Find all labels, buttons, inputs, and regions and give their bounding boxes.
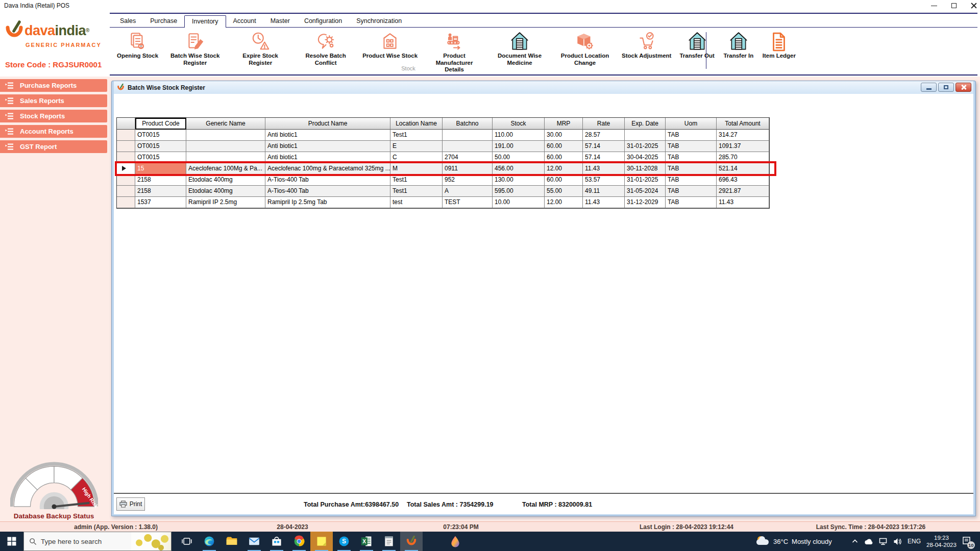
cell-product-name[interactable]: Aceclofenac 100mg & Paracetamol 325mg ..… — [265, 163, 390, 174]
child-minimize-button[interactable] — [921, 83, 937, 92]
table-row[interactable]: 2158Etodolac 400mgA-Tios-400 TabTest1A59… — [117, 186, 769, 197]
cell-location-name[interactable]: test — [390, 197, 443, 208]
cell-uom[interactable]: TAB — [666, 197, 717, 208]
cell-location-name[interactable]: Test1 — [390, 130, 443, 141]
column-header-generic-name[interactable]: Generic Name — [186, 118, 265, 130]
table-row[interactable]: 1537Ramipril IP 2.5mgRamipril Ip 2.5mg T… — [117, 197, 769, 208]
taskbar-file-explorer-icon[interactable] — [220, 532, 243, 551]
tab-master[interactable]: Master — [263, 15, 297, 28]
cell-batchno[interactable]: TEST — [443, 197, 493, 208]
column-header-uom[interactable]: Uom — [666, 118, 717, 130]
taskbar-store-icon[interactable] — [265, 532, 288, 551]
cell-rate[interactable]: 53.57 — [583, 174, 625, 186]
cell-generic-name[interactable]: Etodolac 400mg — [186, 186, 265, 197]
tab-sales[interactable]: Sales — [113, 15, 143, 28]
column-header-batchno[interactable]: Batchno — [443, 118, 493, 130]
column-header-mrp[interactable]: MRP — [545, 118, 583, 130]
tab-purchase[interactable]: Purchase — [143, 15, 184, 28]
cell-stock[interactable]: 10.00 — [493, 197, 545, 208]
cell-stock[interactable]: 50.00 — [493, 152, 545, 163]
ribbon-button-item-ledger[interactable]: Item Ledger — [763, 31, 796, 60]
row-indicator-cell[interactable] — [117, 197, 135, 208]
cell-rate[interactable]: 28.57 — [583, 130, 625, 141]
cell-rate[interactable]: 57.14 — [583, 141, 625, 152]
sidebar-item-gst-report[interactable]: GST Report — [0, 140, 107, 153]
cell-uom[interactable]: TAB — [666, 186, 717, 197]
cell-exp-date[interactable]: 31-01-2025 — [625, 174, 666, 186]
cell-product-code[interactable]: 15 — [135, 163, 186, 174]
cell-location-name[interactable]: C — [390, 152, 443, 163]
row-indicator-cell[interactable] — [117, 163, 135, 174]
taskbar-davaindia-icon[interactable] — [400, 532, 423, 551]
taskbar-task-view-icon[interactable] — [176, 532, 198, 551]
cell-uom[interactable]: TAB — [666, 152, 717, 163]
tab-account[interactable]: Account — [226, 15, 263, 28]
row-indicator-cell[interactable] — [117, 152, 135, 163]
sidebar-item-sales-reports[interactable]: Sales Reports — [0, 94, 107, 107]
cell-generic-name[interactable] — [186, 152, 265, 163]
language-indicator[interactable]: ENG — [908, 538, 921, 545]
chevron-up-icon[interactable] — [851, 538, 859, 545]
cell-total-amount[interactable]: 285.70 — [717, 152, 769, 163]
taskbar-mail-icon[interactable] — [243, 532, 265, 551]
ribbon-button-resolve-batch-conflict[interactable]: Resolve Batch Conflict — [297, 31, 354, 66]
cell-exp-date[interactable]: 31-05-2024 — [625, 186, 666, 197]
row-indicator-cell[interactable] — [117, 174, 135, 186]
cell-batchno[interactable] — [443, 130, 493, 141]
ribbon-button-document-wise-medicine[interactable]: Document Wise Medicine — [491, 31, 548, 66]
ribbon-button-transfer-out[interactable]: Transfer Out — [679, 31, 714, 60]
search-input[interactable]: Type here to search — [23, 532, 172, 551]
cell-total-amount[interactable]: 11.43 — [717, 197, 769, 208]
cell-mrp[interactable]: 30.00 — [545, 130, 583, 141]
cell-mrp[interactable]: 60.00 — [545, 141, 583, 152]
taskbar-excel-icon[interactable]: X — [355, 532, 378, 551]
cell-mrp[interactable]: 60.00 — [545, 152, 583, 163]
cell-total-amount[interactable]: 696.43 — [717, 174, 769, 186]
cell-product-name[interactable]: A-Tios-400 Tab — [265, 186, 390, 197]
ribbon-button-product-location-change[interactable]: Product Location Change — [556, 31, 614, 66]
cell-generic-name[interactable] — [186, 130, 265, 141]
taskbar-paint-drop-icon[interactable] — [444, 532, 467, 551]
row-indicator-cell[interactable] — [117, 130, 135, 141]
taskbar-chrome-icon[interactable] — [288, 532, 310, 551]
cell-exp-date[interactable]: 31-01-2025 — [625, 141, 666, 152]
taskbar-sticky-notes-icon[interactable] — [310, 532, 333, 551]
child-restore-button[interactable] — [938, 83, 954, 92]
cell-generic-name[interactable] — [186, 141, 265, 152]
cell-generic-name[interactable]: Etodolac 400mg — [186, 174, 265, 186]
cell-exp-date[interactable]: 30-04-2025 — [625, 152, 666, 163]
cell-batchno[interactable] — [443, 141, 493, 152]
cell-location-name[interactable]: E — [390, 141, 443, 152]
column-header-rate[interactable]: Rate — [583, 118, 625, 130]
cell-location-name[interactable]: M — [390, 163, 443, 174]
cell-stock[interactable]: 130.00 — [493, 174, 545, 186]
cell-batchno[interactable]: A — [443, 186, 493, 197]
cell-location-name[interactable]: Test1 — [390, 186, 443, 197]
cell-mrp[interactable]: 12.00 — [545, 197, 583, 208]
cell-uom[interactable]: TAB — [666, 163, 717, 174]
cell-rate[interactable]: 11.43 — [583, 163, 625, 174]
cell-exp-date[interactable] — [625, 130, 666, 141]
cell-total-amount[interactable]: 521.14 — [717, 163, 769, 174]
ribbon-button-product-wise-stock[interactable]: Product Wise Stock — [362, 31, 418, 60]
cell-product-code[interactable]: OT0015 — [135, 141, 186, 152]
table-row[interactable]: OT0015Anti biotic1E191.0060.0057.1431-01… — [117, 141, 769, 152]
ribbon-button-transfer-in[interactable]: Transfer In — [723, 31, 754, 60]
column-header-product-name[interactable]: Product Name — [265, 118, 390, 130]
cell-uom[interactable]: TAB — [666, 130, 717, 141]
taskbar-notepad-icon[interactable] — [378, 532, 400, 551]
cell-uom[interactable]: TAB — [666, 141, 717, 152]
cell-batchno[interactable]: 2704 — [443, 152, 493, 163]
taskbar-clock[interactable]: 19:23 28-04-2023 — [926, 534, 957, 549]
cell-stock[interactable]: 191.00 — [493, 141, 545, 152]
cell-exp-date[interactable]: 30-11-2028 — [625, 163, 666, 174]
maximize-icon[interactable] — [951, 3, 957, 8]
sidebar-item-account-reports[interactable]: Account Reports — [0, 125, 107, 138]
cell-product-name[interactable]: Ramipril Ip 2.5mg Tab — [265, 197, 390, 208]
weather-widget[interactable]: 36°C Mostly cloudy — [756, 532, 832, 551]
cell-location-name[interactable]: Test1 — [390, 174, 443, 186]
tab-configuration[interactable]: Configuration — [297, 15, 349, 28]
network-icon[interactable] — [879, 538, 888, 545]
taskbar-edge-icon[interactable] — [198, 532, 220, 551]
column-header-location-name[interactable]: Location Name — [390, 118, 443, 130]
